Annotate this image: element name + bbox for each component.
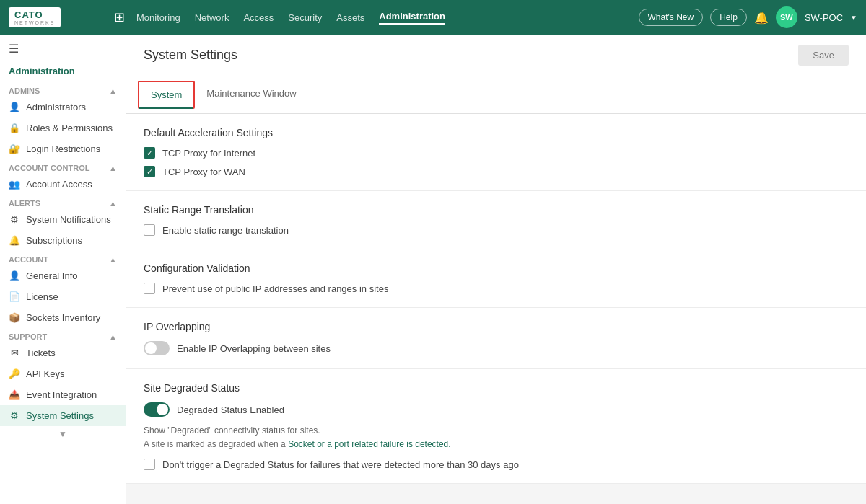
system-notifications-icon: ⚙ (9, 214, 20, 225)
content-area: System Settings Save System Maintenance … (126, 35, 866, 504)
checkmark-icon: ✓ (146, 149, 153, 158)
sidebar-item-tickets[interactable]: ✉ Tickets (0, 342, 126, 363)
account-access-icon: 👥 (9, 179, 20, 190)
avatar[interactable]: SW (776, 6, 797, 28)
logo-area: CATO NETWORKS (9, 7, 102, 27)
sidebar-hamburger[interactable]: ☰ (0, 35, 126, 63)
checkbox-tcp-wan[interactable]: ✓ TCP Proxy for WAN (144, 166, 849, 177)
sidebar-item-api-keys[interactable]: 🔑 API Keys (0, 363, 126, 384)
nav-link-assets[interactable]: Assets (336, 12, 364, 23)
chevron-down-icon[interactable]: ▼ (850, 14, 857, 22)
api-keys-icon: 🔑 (9, 368, 20, 379)
sidebar-item-sockets-inventory[interactable]: 📦 Sockets Inventory (0, 307, 126, 328)
nav-link-access[interactable]: Access (243, 12, 274, 23)
section-title-static-range: Static Range Translation (144, 204, 849, 216)
nav-right: What's New Help 🔔 SW SW-POC ▼ (639, 6, 857, 28)
checkbox-degraded-no-trigger-unchecked (144, 459, 155, 470)
checkbox-tcp-internet-checked: ✓ (144, 147, 155, 159)
content-header: System Settings Save (126, 35, 866, 76)
sidebar-item-event-integration[interactable]: 📤 Event Integration (0, 384, 126, 405)
license-icon: 📄 (9, 291, 20, 302)
sidebar-section-title: Administration (0, 63, 126, 82)
section-ip-overlapping: IP Overlapping Enable IP Overlapping bet… (126, 308, 866, 369)
tabs-container: System Maintenance Window (126, 76, 866, 114)
section-title-ip-overlapping: IP Overlapping (144, 321, 849, 332)
section-title-default-acceleration: Default Acceleration Settings (144, 127, 849, 138)
login-restrictions-icon: 🔐 (9, 143, 20, 154)
sidebar-group-support: SUPPORT ▲ (0, 328, 126, 342)
account-control-collapse-icon[interactable]: ▲ (109, 164, 117, 172)
administrators-icon: 👤 (9, 102, 20, 112)
save-button[interactable]: Save (798, 45, 849, 66)
section-title-site-degraded: Site Degraded Status (144, 382, 849, 394)
page-title: System Settings (144, 48, 237, 63)
general-info-icon: 👤 (9, 270, 20, 281)
bell-icon[interactable]: 🔔 (754, 11, 769, 25)
logo-box: CATO NETWORKS (9, 7, 61, 27)
alerts-collapse-icon[interactable]: ▲ (109, 199, 117, 208)
sidebar-group-account-control: ACCOUNT CONTROL ▲ (0, 159, 126, 174)
checkbox-static-range[interactable]: Enable static range translation (144, 224, 849, 236)
checkbox-tcp-wan-checked: ✓ (144, 166, 155, 177)
tab-system[interactable]: System (138, 81, 195, 109)
sidebar-item-administrators[interactable]: 👤 Administrators (0, 97, 126, 118)
logo-sub: NETWORKS (14, 20, 55, 25)
sidebar-item-account-access[interactable]: 👥 Account Access (0, 174, 126, 195)
sidebar-item-login-restrictions[interactable]: 🔐 Login Restrictions (0, 138, 126, 159)
roles-permissions-icon: 🔒 (9, 123, 20, 133)
section-static-range: Static Range Translation Enable static r… (126, 191, 866, 249)
sidebar-group-label-alerts: ALERTS (9, 199, 40, 208)
section-site-degraded: Site Degraded Status Degraded Status Ena… (126, 369, 866, 484)
tickets-icon: ✉ (9, 348, 20, 358)
checkbox-tcp-internet-label: TCP Proxy for Internet (162, 148, 255, 159)
section-default-acceleration: Default Acceleration Settings ✓ TCP Prox… (126, 114, 866, 191)
toggle-ip-overlapping-row: Enable IP Overlapping between sites (144, 341, 849, 355)
toggle-ip-overlapping-label: Enable IP Overlapping between sites (177, 343, 331, 354)
checkbox-static-range-unchecked (144, 224, 155, 236)
admins-collapse-icon[interactable]: ▲ (109, 87, 117, 95)
sidebar-item-roles-permissions[interactable]: 🔒 Roles & Permissions (0, 118, 126, 138)
section-config-validation: Configuration Validation Prevent use of … (126, 249, 866, 308)
nav-link-security[interactable]: Security (288, 12, 322, 23)
event-integration-icon: 📤 (9, 389, 20, 400)
toggle-degraded-status[interactable] (144, 402, 170, 417)
grid-icon[interactable]: ⊞ (114, 9, 125, 25)
whats-new-button[interactable]: What's New (639, 9, 704, 26)
logo-text: CATO (14, 9, 55, 20)
sidebar-group-alerts: ALERTS ▲ (0, 195, 126, 209)
sidebar-group-label-admins: ADMINS (9, 87, 40, 95)
sidebar-group-account: ACCOUNT ▲ (0, 251, 126, 265)
nav-link-network[interactable]: Network (195, 12, 229, 23)
checkbox-tcp-internet[interactable]: ✓ TCP Proxy for Internet (144, 147, 849, 159)
checkbox-config-validation[interactable]: Prevent use of public IP addresses and r… (144, 283, 849, 294)
system-settings-icon: ⚙ (9, 410, 20, 421)
sidebar-item-subscriptions[interactable]: 🔔 Subscriptions (0, 230, 126, 251)
sidebar-group-admins: ADMINS ▲ (0, 82, 126, 97)
sockets-inventory-icon: 📦 (9, 312, 20, 323)
checkbox-static-range-label: Enable static range translation (162, 225, 289, 236)
section-title-config-validation: Configuration Validation (144, 262, 849, 274)
sidebar-item-general-info[interactable]: 👤 General Info (0, 265, 126, 286)
checkbox-degraded-no-trigger[interactable]: Don't trigger a Degraded Status for fail… (144, 459, 849, 470)
help-button[interactable]: Help (710, 9, 747, 26)
account-collapse-icon[interactable]: ▲ (109, 255, 117, 264)
toggle-degraded-status-label: Degraded Status Enabled (177, 404, 284, 415)
subscriptions-icon: 🔔 (9, 235, 20, 246)
support-collapse-icon[interactable]: ▲ (109, 332, 117, 341)
sidebar-item-system-notifications[interactable]: ⚙ System Notifications (0, 209, 126, 230)
checkbox-tcp-wan-label: TCP Proxy for WAN (162, 167, 245, 177)
nav-links: Monitoring Network Access Security Asset… (136, 11, 627, 25)
nav-link-administration[interactable]: Administration (379, 11, 445, 25)
sidebar-item-license[interactable]: 📄 License (0, 286, 126, 307)
sidebar-item-system-settings[interactable]: ⚙ System Settings (0, 405, 126, 426)
tab-maintenance-window[interactable]: Maintenance Window (195, 81, 307, 109)
sidebar-more-icon[interactable]: ▼ (0, 426, 126, 442)
sidebar-group-label-account-control: ACCOUNT CONTROL (9, 164, 89, 172)
checkbox-config-validation-unchecked (144, 283, 155, 294)
user-name[interactable]: SW-POC (805, 12, 843, 23)
nav-link-monitoring[interactable]: Monitoring (136, 12, 180, 23)
top-nav: CATO NETWORKS ⊞ Monitoring Network Acces… (0, 0, 866, 35)
toggle-ip-overlapping[interactable] (144, 341, 170, 355)
checkbox-config-validation-label: Prevent use of public IP addresses and r… (162, 283, 388, 294)
main-layout: ☰ Administration ADMINS ▲ 👤 Administrato… (0, 35, 866, 504)
